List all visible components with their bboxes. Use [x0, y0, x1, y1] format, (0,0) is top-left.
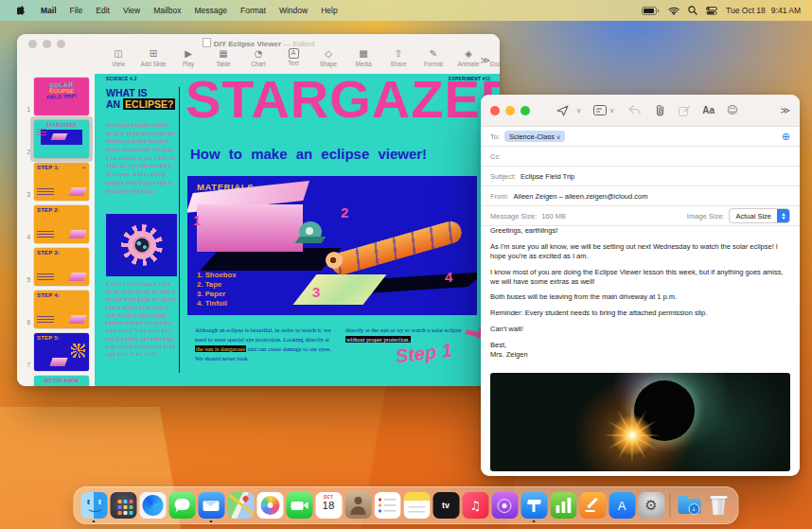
dock-calendar[interactable]: OCT18: [314, 487, 344, 523]
dock-finder[interactable]: [79, 487, 109, 523]
header-fields-chevron-icon[interactable]: ∨: [609, 107, 614, 115]
menu-file[interactable]: File: [70, 6, 83, 15]
maps-icon: [227, 492, 254, 519]
dock-appstore[interactable]: [608, 487, 637, 523]
keynote-window[interactable]: DIY Eclipse Viewer — Edited ◫View ⊞Add S…: [17, 34, 500, 386]
slide-number: 5: [19, 276, 30, 283]
menu-help[interactable]: Help: [321, 6, 337, 15]
dock-trash[interactable]: [704, 487, 733, 523]
dock-keynote[interactable]: [520, 487, 549, 523]
slide-navigator: 1 2 3 4 5 6 7 SOLAR ECLIPSE FIELD TRIP! …: [17, 74, 95, 386]
dock-downloads[interactable]: ↓: [675, 487, 704, 523]
send-options-chevron-icon[interactable]: ∨: [576, 107, 581, 115]
apple-menu-icon[interactable]: [17, 5, 27, 17]
slide-number: 4: [19, 234, 30, 240]
format-button[interactable]: Aa: [702, 105, 715, 115]
science-tag: SCIENCE 4.2: [106, 77, 137, 81]
dock-facetime[interactable]: [285, 487, 314, 523]
toolbar-view-button[interactable]: ◫View: [106, 48, 131, 67]
toolbar-format-button[interactable]: ✎Format: [421, 48, 446, 67]
mail-compose-window[interactable]: ∨ ∨ Aa ☺ ≫ To: Science-Class∨ ⊕ Cc: Subj…: [481, 95, 800, 476]
dock-settings[interactable]: [637, 487, 666, 523]
toolbar-table-button[interactable]: ▦Table: [211, 48, 236, 67]
control-center-icon[interactable]: [706, 7, 717, 15]
slide-thumbnail-1[interactable]: SOLAR ECLIPSE FIELD TRIP!: [34, 78, 89, 115]
dock-podcasts[interactable]: [490, 487, 520, 523]
toolbar-overflow-icon[interactable]: ≫: [481, 55, 490, 65]
emoji-button[interactable]: ☺: [727, 104, 737, 116]
search-icon[interactable]: [688, 6, 697, 15]
header-fields-button[interactable]: [593, 105, 607, 115]
add-recipient-icon[interactable]: ⊕: [782, 132, 790, 142]
toolbar-chart-button[interactable]: ◔Chart: [246, 48, 271, 67]
dock-photos[interactable]: [256, 487, 285, 523]
dock-mail[interactable]: [197, 487, 226, 523]
dock-launchpad[interactable]: [109, 487, 138, 523]
minimize-button[interactable]: [505, 106, 515, 115]
dock-numbers[interactable]: [549, 487, 578, 523]
toolbar-overflow-icon[interactable]: ≫: [781, 105, 790, 115]
menubar-app-name[interactable]: Mail: [41, 6, 57, 15]
dock-contacts[interactable]: [344, 487, 373, 523]
dock-reminders[interactable]: [373, 487, 402, 523]
menubar-date[interactable]: Tue Oct 18: [726, 6, 766, 15]
slide-subhead: How to make an eclipse viewer!: [190, 146, 427, 162]
dock-tv[interactable]: tv: [432, 487, 461, 523]
recipient-token[interactable]: Science-Class∨: [504, 131, 565, 142]
cc-field[interactable]: Cc:: [481, 147, 800, 167]
slide-thumbnail-5[interactable]: STEP 3:: [34, 248, 89, 286]
zoom-button[interactable]: [521, 106, 530, 115]
menu-message[interactable]: Message: [194, 6, 227, 15]
mail-window-controls[interactable]: [490, 106, 530, 115]
reply-button[interactable]: [628, 105, 641, 115]
slide-thumbnail-3[interactable]: STEP 1: ✂: [34, 163, 89, 201]
close-button[interactable]: [490, 106, 500, 115]
slide-thumbnail-4[interactable]: STEP 2:: [34, 205, 89, 243]
toolbar-media-button[interactable]: ▩Media: [351, 48, 376, 67]
toolbar-share-button[interactable]: ⇧Share: [386, 48, 411, 67]
download-arrow-icon: ↓: [688, 503, 699, 515]
slide-thumbnail-6[interactable]: STEP 4:: [34, 291, 89, 328]
dock-notes[interactable]: [402, 487, 432, 523]
to-field[interactable]: To: Science-Class∨ ⊕: [481, 127, 800, 147]
menu-format[interactable]: Format: [240, 6, 266, 15]
dock-safari[interactable]: [138, 487, 168, 523]
slide-thumbnail-8[interactable]: DID YOU KNOW: [34, 376, 89, 386]
toolbar-play-button[interactable]: ▶Play: [176, 48, 201, 67]
keynote-titlebar[interactable]: DIY Eclipse Viewer — Edited ◫View ⊞Add S…: [17, 34, 500, 75]
menubar-time[interactable]: 9:41 AM: [771, 6, 801, 15]
dock-pages[interactable]: [578, 487, 608, 523]
menu-window[interactable]: Window: [279, 6, 308, 15]
slide-thumbnail-2[interactable]: STARGAZER: [34, 120, 89, 158]
subject-field[interactable]: Subject: Eclipse Field Trip: [481, 167, 800, 186]
sun-eclipse-icon: [121, 224, 163, 266]
attach-button[interactable]: [655, 104, 665, 116]
eclipse-photo-attachment[interactable]: [490, 373, 790, 471]
slide-canvas[interactable]: SCIENCE 4.2 EXPERIMENT #11 WHAT IS AN EC…: [95, 74, 500, 386]
dock-music[interactable]: [461, 487, 490, 523]
compose-button[interactable]: [679, 105, 690, 116]
table-icon: ▦: [219, 48, 227, 60]
dock-maps[interactable]: [226, 487, 256, 523]
toolbar-add-slide-button[interactable]: ⊞Add Slide: [141, 48, 166, 67]
system-settings-icon: [638, 492, 664, 519]
toolbar-document-button[interactable]: ▤Document: [491, 48, 500, 67]
size-row: Message Size: 160 MB Image Size: Actual …: [481, 206, 800, 226]
menu-edit[interactable]: Edit: [96, 6, 110, 15]
menu-mailbox[interactable]: Mailbox: [153, 6, 181, 15]
toolbar-shape-button[interactable]: ◇Shape: [316, 48, 341, 67]
menu-view[interactable]: View: [123, 6, 140, 15]
sun-illustration-panel: [106, 214, 177, 276]
toolbar-text-button[interactable]: AText: [281, 48, 306, 67]
image-size-dropdown[interactable]: Actual Size: [729, 208, 790, 223]
slide-bottom-text-right: directly at the sun or try to watch a so…: [345, 326, 480, 344]
slide-number: 7: [19, 361, 30, 368]
slide-thumbnail-7[interactable]: STEP 5:: [34, 333, 89, 371]
wifi-icon[interactable]: [668, 7, 680, 15]
send-button[interactable]: [556, 105, 569, 116]
battery-icon[interactable]: [642, 7, 660, 15]
from-field[interactable]: From: Aileen Zeigen – aileen.zeigen@iclo…: [481, 186, 800, 206]
message-body[interactable]: Greetings, earthlings! As I'm sure you a…: [490, 226, 784, 360]
toolbar-animate-button[interactable]: ◈Animate: [456, 48, 481, 67]
dock-messages[interactable]: [168, 487, 197, 523]
